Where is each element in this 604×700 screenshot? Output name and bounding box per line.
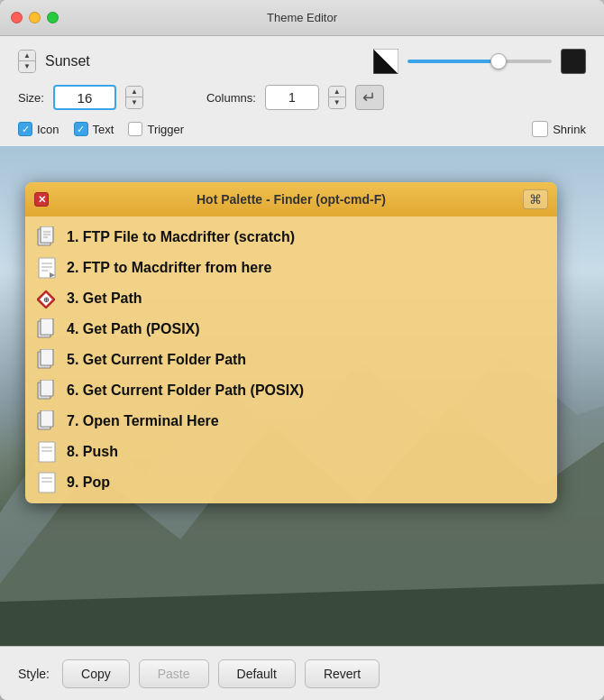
palette-item: 5. Get Current Folder Path (25, 345, 557, 375)
palette-item: 1. FTP File to Macdrifter (scratch) (25, 222, 557, 253)
item-icon-5 (36, 349, 58, 371)
palette-item: ⊕ 3. Get Path (25, 283, 557, 314)
item-icon-2 (36, 257, 58, 279)
columns-stepper-up[interactable]: ▲ (329, 87, 345, 97)
size-stepper[interactable]: ▲ ▼ (125, 86, 143, 109)
hot-palette-body: 1. FTP File to Macdrifter (scratch) 2. (25, 216, 557, 503)
stepper-up[interactable]: ▲ (19, 51, 35, 61)
svg-rect-29 (39, 473, 55, 493)
theme-editor-window: Theme Editor ▲ ▼ Sunset (0, 0, 604, 700)
size-stepper-down[interactable]: ▼ (126, 97, 142, 108)
item-icon-7 (36, 410, 58, 432)
minimize-button[interactable] (29, 12, 41, 23)
item-label-1: 1. FTP File to Macdrifter (scratch) (67, 229, 295, 245)
trigger-checkbox-group: Trigger (128, 122, 184, 136)
shrink-label: Shrink (553, 123, 586, 136)
columns-stepper-down[interactable]: ▼ (329, 97, 345, 108)
wrap-icon[interactable]: ↵ (355, 85, 384, 110)
icon-label: Icon (37, 123, 59, 136)
hot-palette-title: Hot Palette - Finder (opt-cmd-F) (197, 192, 386, 207)
item-icon-4 (36, 318, 58, 340)
bottom-bar: Style: Copy Paste Default Revert (0, 646, 604, 700)
svg-text:⊕: ⊕ (43, 296, 50, 304)
theme-row: ▲ ▼ Sunset (18, 49, 586, 74)
text-checkbox-group: ✓ Text (74, 122, 114, 136)
icon-checkbox[interactable]: ✓ (18, 122, 32, 136)
shrink-checkbox[interactable] (532, 121, 548, 137)
item-label-2: 2. FTP to Macdrifter from here (67, 260, 271, 276)
close-button[interactable] (11, 12, 23, 23)
palette-item: 2. FTP to Macdrifter from here (25, 253, 557, 283)
preview-area: ✕ Hot Palette - Finder (opt-cmd-F) ⌘ (0, 146, 604, 646)
palette-item: 9. Pop (25, 467, 557, 498)
default-button[interactable]: Default (218, 659, 296, 688)
item-label-5: 5. Get Current Folder Path (67, 352, 246, 368)
svg-rect-21 (41, 349, 53, 365)
svg-rect-25 (41, 410, 53, 427)
item-icon-6 (36, 380, 58, 401)
item-label-6: 6. Get Current Folder Path (POSIX) (67, 382, 304, 399)
cmd-icon[interactable]: ⌘ (523, 189, 548, 209)
window-title: Theme Editor (267, 11, 337, 24)
text-checkbox[interactable]: ✓ (74, 122, 88, 136)
item-label-3: 3. Get Path (67, 290, 142, 307)
svg-rect-19 (41, 318, 53, 335)
item-label-7: 7. Open Terminal Here (67, 413, 219, 429)
item-icon-1 (36, 226, 58, 248)
traffic-lights (11, 12, 59, 23)
size-input[interactable] (53, 85, 116, 110)
text-label: Text (93, 123, 114, 136)
columns-input[interactable] (265, 85, 319, 110)
revert-button[interactable]: Revert (305, 659, 380, 688)
color-slider[interactable] (407, 60, 552, 63)
item-icon-8 (36, 441, 58, 463)
item-icon-9 (36, 472, 58, 493)
paste-button[interactable]: Paste (139, 659, 209, 688)
controls-area: ▲ ▼ Sunset Size: ▲ ▼ (0, 36, 604, 146)
palette-item: 4. Get Path (POSIX) (25, 314, 557, 345)
icon-checkbox-group: ✓ Icon (18, 122, 59, 136)
size-stepper-up[interactable]: ▲ (126, 87, 142, 97)
size-label: Size: (18, 91, 44, 105)
copy-button[interactable]: Copy (62, 659, 130, 688)
style-label: Style: (18, 667, 50, 681)
item-label-9: 9. Pop (67, 474, 110, 491)
item-label-4: 4. Get Path (POSIX) (67, 321, 200, 337)
stepper-down[interactable]: ▼ (19, 61, 35, 72)
size-columns-row: Size: ▲ ▼ Columns: ▲ ▼ ↵ (18, 85, 586, 110)
columns-stepper[interactable]: ▲ ▼ (328, 86, 346, 109)
palette-item: 6. Get Current Folder Path (POSIX) (25, 375, 557, 406)
item-label-8: 8. Push (67, 444, 118, 460)
shrink-group: Shrink (532, 121, 586, 137)
palette-item: 7. Open Terminal Here (25, 406, 557, 437)
hot-palette-titlebar: ✕ Hot Palette - Finder (opt-cmd-F) ⌘ (25, 182, 557, 216)
theme-stepper[interactable]: ▲ ▼ (18, 50, 36, 73)
trigger-label: Trigger (147, 123, 184, 136)
columns-label: Columns: (206, 91, 256, 105)
bw-swatch[interactable] (373, 49, 398, 74)
hot-palette-close[interactable]: ✕ (34, 192, 49, 207)
title-bar: Theme Editor (0, 0, 604, 36)
trigger-checkbox[interactable] (128, 122, 142, 136)
item-icon-3: ⊕ (36, 288, 58, 309)
color-square[interactable] (561, 49, 586, 74)
palette-item: 8. Push (25, 437, 557, 467)
svg-rect-23 (41, 380, 53, 396)
hot-palette-window: ✕ Hot Palette - Finder (opt-cmd-F) ⌘ (25, 182, 557, 503)
theme-name: Sunset (45, 53, 90, 69)
maximize-button[interactable] (47, 12, 59, 23)
checkboxes-row: ✓ Icon ✓ Text Trigger Shrink (18, 121, 586, 137)
svg-rect-26 (39, 442, 55, 462)
